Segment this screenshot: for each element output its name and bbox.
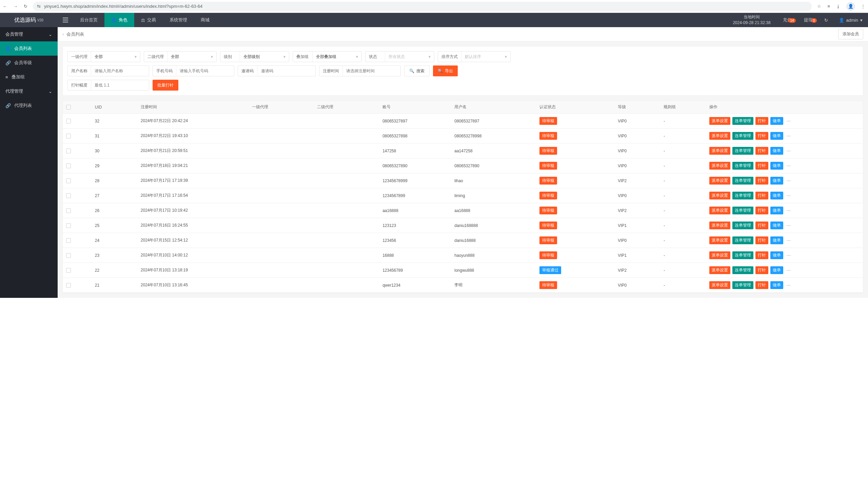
chain-button[interactable]: 连单管理 (732, 192, 753, 199)
sidebar-item-levels[interactable]: 🔗 会员等级 (0, 56, 58, 70)
nav-role[interactable]: 👤 角色 (104, 13, 134, 27)
chain-button[interactable]: 连单管理 (732, 236, 753, 244)
list-icon[interactable]: ≡ (827, 4, 830, 9)
chain-button[interactable]: 连单管理 (732, 162, 753, 170)
nav-mall[interactable]: 商城 (194, 13, 216, 27)
dispatch-button[interactable]: 派单设置 (709, 266, 730, 274)
more-icon[interactable]: ⋯ (785, 253, 792, 258)
filter-level[interactable]: 级别 全部级别▼ (220, 51, 289, 62)
make-button[interactable]: 做单 (770, 132, 783, 140)
more-icon[interactable]: ⋯ (785, 268, 792, 273)
more-icon[interactable]: ⋯ (785, 179, 792, 183)
inject-button[interactable]: 打针 (756, 266, 768, 274)
dispatch-button[interactable]: 派单设置 (709, 162, 730, 170)
filter-agent1[interactable]: 一级代理 全部▼ (67, 51, 141, 62)
profile-icon[interactable]: 👤 (847, 2, 855, 11)
username-input[interactable] (91, 66, 149, 76)
dispatch-button[interactable]: 派单设置 (709, 147, 730, 155)
nav-forward-icon[interactable]: → (13, 4, 18, 9)
download-icon[interactable]: ⭳ (836, 4, 841, 9)
make-button[interactable]: 做单 (770, 207, 783, 214)
dispatch-button[interactable]: 派单设置 (709, 236, 730, 244)
dispatch-button[interactable]: 派单设置 (709, 222, 730, 229)
inject-button[interactable]: 打针 (756, 132, 768, 140)
make-button[interactable]: 做单 (770, 222, 783, 229)
inject-button[interactable]: 打针 (756, 192, 768, 199)
sidebar-item-overlay[interactable]: ≡ 叠加组 (0, 70, 58, 84)
star-icon[interactable]: ☆ (817, 4, 821, 9)
make-button[interactable]: 做单 (770, 177, 783, 185)
make-button[interactable]: 做单 (770, 117, 783, 125)
nav-trade[interactable]: ⚖ 交易 (134, 13, 163, 27)
filter-overlay[interactable]: 叠加组 全部叠加组▼ (293, 51, 362, 62)
more-icon[interactable]: ⋯ (785, 163, 792, 168)
row-checkbox[interactable] (66, 283, 71, 288)
more-icon[interactable]: ⋯ (785, 238, 792, 243)
site-info-icon[interactable]: ⇆ (37, 4, 41, 9)
chain-button[interactable]: 连单管理 (732, 281, 753, 289)
chain-button[interactable]: 连单管理 (732, 207, 753, 214)
dispatch-button[interactable]: 派单设置 (709, 207, 730, 214)
select-all-checkbox[interactable] (66, 105, 71, 109)
regtime-input[interactable] (343, 66, 400, 76)
dispatch-button[interactable]: 派单设置 (709, 281, 730, 289)
more-icon[interactable]: ⋯ (785, 223, 792, 228)
chain-button[interactable]: 连单管理 (732, 266, 753, 274)
inject-button[interactable]: 打针 (756, 207, 768, 214)
export-button[interactable]: 🔍 导出 (433, 65, 458, 76)
phone-input[interactable] (176, 66, 234, 76)
inject-button[interactable]: 打针 (756, 117, 768, 125)
more-icon[interactable]: ⋯ (785, 119, 792, 123)
sidebar-item-agentlist[interactable]: 🔗 代理列表 (0, 99, 58, 113)
sidebar-toggle-icon[interactable] (58, 18, 73, 22)
inject-button[interactable]: 打针 (756, 281, 768, 289)
inject-button[interactable]: 打针 (756, 251, 768, 259)
refresh-icon[interactable]: ↻ (819, 18, 833, 23)
batch-inject-button[interactable]: 批量打针 (152, 80, 178, 91)
sidebar-group-members[interactable]: 会员管理 ⌄ (0, 27, 58, 41)
make-button[interactable]: 做单 (770, 266, 783, 274)
make-button[interactable]: 做单 (770, 162, 783, 170)
recharge-link[interactable]: 充值 14 (777, 17, 798, 23)
row-checkbox[interactable] (66, 223, 71, 228)
withdraw-link[interactable]: 提现 0 (798, 17, 819, 23)
invite-input[interactable] (258, 66, 315, 76)
more-icon[interactable]: ⋯ (785, 283, 792, 288)
dispatch-button[interactable]: 派单设置 (709, 192, 730, 199)
filter-sort[interactable]: 排序方式 默认排序▼ (438, 51, 511, 62)
dispatch-button[interactable]: 派单设置 (709, 251, 730, 259)
chain-button[interactable]: 连单管理 (732, 132, 753, 140)
make-button[interactable]: 做单 (770, 281, 783, 289)
row-checkbox[interactable] (66, 208, 71, 213)
nav-home[interactable]: 后台首页 (73, 13, 104, 27)
inject-button[interactable]: 打针 (756, 177, 768, 185)
row-checkbox[interactable] (66, 268, 71, 273)
inject-button[interactable]: 打针 (756, 147, 768, 155)
filter-status[interactable]: 状态 所有状态▼ (365, 51, 434, 62)
sidebar-item-userlist[interactable]: 👤 会员列表 (0, 41, 58, 56)
user-menu[interactable]: 👤 admin ▾ (833, 18, 868, 23)
make-button[interactable]: 做单 (770, 236, 783, 244)
chain-button[interactable]: 连单管理 (732, 222, 753, 229)
row-checkbox[interactable] (66, 179, 71, 183)
row-checkbox[interactable] (66, 134, 71, 139)
filter-agent2[interactable]: 二级代理 全部▼ (144, 51, 217, 62)
make-button[interactable]: 做单 (770, 192, 783, 199)
row-checkbox[interactable] (66, 253, 71, 258)
chain-button[interactable]: 连单管理 (732, 147, 753, 155)
search-button[interactable]: 🔍 搜索 (404, 65, 430, 76)
more-icon[interactable]: ⋯ (785, 208, 792, 213)
row-checkbox[interactable] (66, 148, 71, 153)
row-checkbox[interactable] (66, 119, 71, 123)
row-checkbox[interactable] (66, 163, 71, 168)
dispatch-button[interactable]: 派单设置 (709, 117, 730, 125)
dispatch-button[interactable]: 派单设置 (709, 177, 730, 185)
row-checkbox[interactable] (66, 193, 71, 198)
make-button[interactable]: 做单 (770, 251, 783, 259)
sidebar-group-agents[interactable]: 代理管理 ⌄ (0, 84, 58, 99)
url-bar[interactable]: ⇆ yinyue1.hwym.shop/admin/index.html#/ad… (33, 2, 812, 11)
inject-button[interactable]: 打针 (756, 236, 768, 244)
more-icon[interactable]: ⋯ (785, 148, 792, 153)
nav-reload-icon[interactable]: ↻ (24, 4, 27, 9)
make-button[interactable]: 做单 (770, 147, 783, 155)
